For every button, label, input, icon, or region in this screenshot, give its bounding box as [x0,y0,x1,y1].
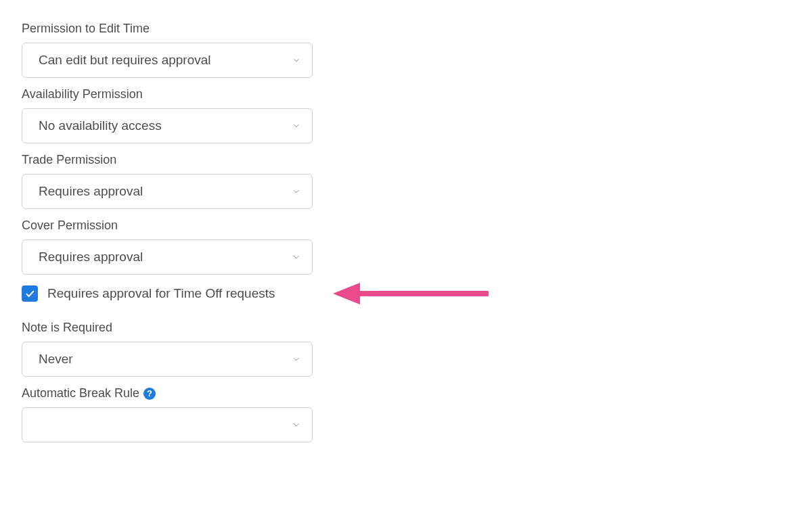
chevron-down-icon [292,55,301,65]
select-note-required[interactable]: Never [22,342,313,377]
label-trade: Trade Permission [22,153,790,167]
chevron-down-icon [292,187,301,196]
select-value-note-required: Never [39,352,73,367]
label-break-rule: Automatic Break Rule ? [22,386,790,400]
select-value-edit-time: Can edit but requires approval [39,53,211,68]
select-cover[interactable]: Requires approval [22,239,313,275]
select-break-rule[interactable] [22,407,313,442]
chevron-down-icon [292,420,301,430]
label-note-required: Note is Required [22,321,790,335]
select-availability[interactable]: No availability access [22,108,313,143]
select-edit-time[interactable]: Can edit but requires approval [22,43,313,78]
select-value-availability: No availability access [39,118,162,133]
field-note-required: Note is Required Never [22,321,790,377]
help-icon[interactable]: ? [143,388,156,400]
checkbox-label-time-off: Requires approval for Time Off requests [47,286,275,301]
select-value-trade: Requires approval [39,184,143,199]
field-break-rule: Automatic Break Rule ? [22,386,790,442]
field-availability: Availability Permission No availability … [22,87,790,143]
svg-marker-1 [333,283,360,304]
field-edit-time: Permission to Edit Time Can edit but req… [22,22,790,78]
row-time-off-approval: Requires approval for Time Off requests [22,285,790,302]
label-cover: Cover Permission [22,218,790,233]
chevron-down-icon [292,121,301,131]
field-trade: Trade Permission Requires approval [22,153,790,209]
label-edit-time: Permission to Edit Time [22,22,790,36]
label-availability: Availability Permission [22,87,790,101]
select-trade[interactable]: Requires approval [22,174,313,209]
annotation-arrow-icon [333,280,489,307]
field-cover: Cover Permission Requires approval [22,218,790,275]
label-break-rule-text: Automatic Break Rule [22,386,139,400]
select-value-cover: Requires approval [39,250,143,264]
chevron-down-icon [292,354,301,364]
chevron-down-icon [292,252,301,262]
checkbox-time-off-approval[interactable] [22,285,38,302]
